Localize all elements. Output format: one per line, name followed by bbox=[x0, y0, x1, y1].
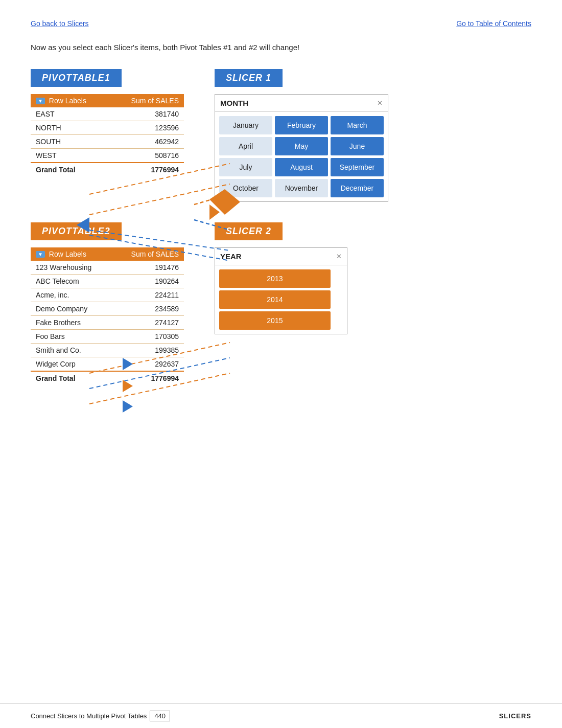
slicer1-title: SLICER 1 bbox=[215, 69, 283, 87]
lower-section: PIVOTTABLE2 ▼ Row Labels Sum of SALES 12… bbox=[31, 222, 531, 385]
pivottable2: PIVOTTABLE2 ▼ Row Labels Sum of SALES 12… bbox=[31, 222, 184, 385]
pivottable1: PIVOTTABLE1 ▼ Row Labels Sum of SALES EA… bbox=[31, 69, 184, 176]
slicer-month-btn[interactable]: November bbox=[275, 179, 328, 197]
slicer2-header: YEAR ✕ bbox=[215, 248, 347, 265]
pivottable1-title: PIVOTTABLE1 bbox=[31, 69, 122, 87]
pt2-header-row-label[interactable]: ▼ Row Labels bbox=[31, 247, 112, 261]
top-nav: Go back to Slicers Go to Table of Conten… bbox=[0, 0, 562, 28]
slicer-year-btn[interactable]: 2013 bbox=[219, 269, 331, 288]
intro-text: Now as you select each Slicer's items, b… bbox=[0, 28, 562, 54]
slicer1-header: MONTH ✕ bbox=[215, 95, 388, 112]
pivottable1-table: ▼ Row Labels Sum of SALES EAST381740NORT… bbox=[31, 94, 184, 176]
slicer-month-btn[interactable]: July bbox=[219, 158, 272, 176]
slicer2-grid: 201320142015 bbox=[215, 265, 347, 334]
slicer-month-btn[interactable]: January bbox=[219, 116, 272, 134]
dropdown-icon2[interactable]: ▼ bbox=[36, 251, 45, 258]
grand-total-row2: Grand Total1776994 bbox=[31, 371, 184, 385]
table-row: WEST508716 bbox=[31, 148, 184, 163]
table-row: Foo Bars170305 bbox=[31, 329, 184, 343]
slicer2-panel: YEAR ✕ 201320142015 bbox=[215, 247, 347, 334]
slicer1-container: SLICER 1 MONTH ✕ JanuaryFebruaryMarchApr… bbox=[215, 69, 388, 202]
back-link[interactable]: Go back to Slicers bbox=[31, 19, 89, 28]
footer-left: Connect Slicers to Multiple Pivot Tables… bbox=[31, 711, 170, 721]
slicer1-grid: JanuaryFebruaryMarchAprilMayJuneJulyAugu… bbox=[215, 112, 388, 201]
grand-total-row: Grand Total1776994 bbox=[31, 163, 184, 176]
blue-arrow-lower2 bbox=[123, 400, 133, 413]
slicer2-clear-icon[interactable]: ✕ bbox=[336, 253, 342, 260]
footer-page-num: 440 bbox=[150, 711, 170, 721]
slicer1-header-title: MONTH bbox=[220, 99, 248, 107]
table-row: Widget Corp292637 bbox=[31, 357, 184, 371]
pt1-header-row-label[interactable]: ▼ Row Labels bbox=[31, 94, 109, 107]
upper-section: PIVOTTABLE1 ▼ Row Labels Sum of SALES EA… bbox=[31, 69, 531, 202]
pt1-header-sales: Sum of SALES bbox=[109, 94, 184, 107]
table-row: Fake Brothers274127 bbox=[31, 315, 184, 329]
slicer2-header-title: YEAR bbox=[220, 252, 242, 261]
slicer-month-btn[interactable]: December bbox=[331, 179, 384, 197]
slicer-month-btn[interactable]: August bbox=[275, 158, 328, 176]
pt2-header-sales: Sum of SALES bbox=[112, 247, 184, 261]
slicer-month-btn[interactable]: September bbox=[331, 158, 384, 176]
table-row: Demo Company234589 bbox=[31, 302, 184, 315]
main-content: PIVOTTABLE1 ▼ Row Labels Sum of SALES EA… bbox=[0, 54, 562, 385]
slicer-year-btn[interactable]: 2015 bbox=[219, 311, 331, 330]
footer-right-text: SLICERS bbox=[499, 712, 531, 720]
slicer2-container: SLICER 2 YEAR ✕ 201320142015 bbox=[215, 222, 347, 334]
footer-left-text: Connect Slicers to Multiple Pivot Tables bbox=[31, 712, 147, 720]
table-row: SOUTH462942 bbox=[31, 134, 184, 148]
pivottable2-table: ▼ Row Labels Sum of SALES 123 Warehousin… bbox=[31, 247, 184, 385]
table-row: NORTH123596 bbox=[31, 121, 184, 134]
table-row: Acme, inc.224211 bbox=[31, 288, 184, 302]
table-row: EAST381740 bbox=[31, 107, 184, 121]
dropdown-icon[interactable]: ▼ bbox=[36, 98, 45, 104]
slicer-month-btn[interactable]: February bbox=[275, 116, 328, 134]
slicer-month-btn[interactable]: June bbox=[331, 137, 384, 155]
slicer-month-btn[interactable]: April bbox=[219, 137, 272, 155]
toc-link[interactable]: Go to Table of Contents bbox=[456, 19, 531, 28]
slicer-month-btn[interactable]: October bbox=[219, 179, 272, 197]
slicer2-title: SLICER 2 bbox=[215, 222, 283, 240]
table-row: 123 Warehousing191476 bbox=[31, 261, 184, 275]
slicer-month-btn[interactable]: March bbox=[331, 116, 384, 134]
slicer-year-btn[interactable]: 2014 bbox=[219, 290, 331, 309]
slicer1-panel: MONTH ✕ JanuaryFebruaryMarchAprilMayJune… bbox=[215, 94, 388, 202]
slicer-month-btn[interactable]: May bbox=[275, 137, 328, 155]
slicer1-clear-icon[interactable]: ✕ bbox=[377, 99, 383, 107]
pivottable2-title: PIVOTTABLE2 bbox=[31, 222, 122, 240]
table-row: ABC Telecom190264 bbox=[31, 274, 184, 288]
footer: Connect Slicers to Multiple Pivot Tables… bbox=[0, 703, 562, 728]
table-row: Smith and Co.199385 bbox=[31, 343, 184, 357]
